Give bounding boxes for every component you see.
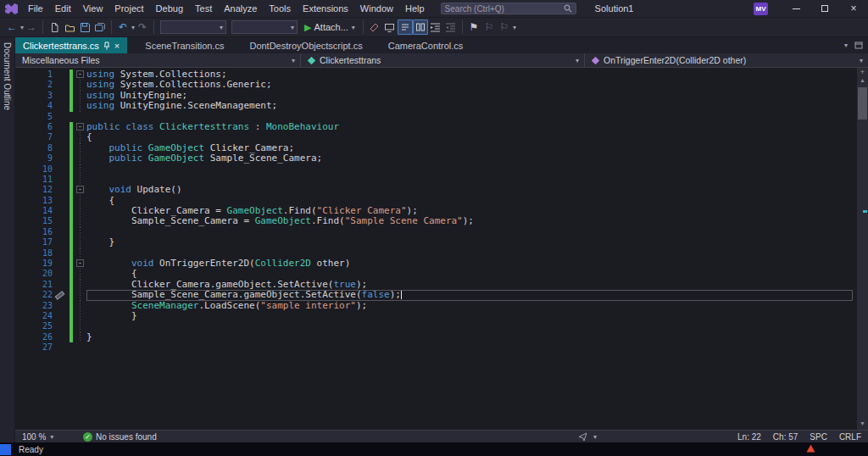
indent-increase-icon[interactable] — [428, 19, 443, 35]
menu-analyze[interactable]: Analyze — [218, 0, 263, 17]
toolbar-overflow-chevron[interactable]: ▾ — [513, 24, 516, 31]
project-dropdown[interactable]: Miscellaneous Files ▾ — [15, 53, 301, 67]
close-button[interactable]: × — [839, 0, 868, 17]
code-line[interactable]: 17 } — [15, 237, 856, 247]
tab-cameracontrol[interactable]: CameraControl.cs — [381, 37, 471, 53]
tab-close-icon[interactable]: × — [114, 41, 120, 51]
save-button[interactable] — [77, 19, 92, 35]
fold-collapse-icon[interactable]: - — [76, 123, 84, 131]
float-window-icon[interactable] — [854, 42, 863, 49]
code-text[interactable] — [86, 164, 856, 175]
code-editor[interactable]: 1-using System.Collections;2using System… — [15, 68, 868, 430]
code-line[interactable]: 23 SceneManager.LoadScene("sample interi… — [15, 301, 856, 311]
pin-icon[interactable] — [103, 42, 110, 50]
quick-actions-icon[interactable] — [54, 290, 64, 300]
taskbar-start-icon[interactable] — [0, 444, 11, 455]
code-line[interactable]: 19- void OnTriggerEnter2D(Collider2D oth… — [15, 259, 856, 269]
fold-collapse-icon[interactable]: - — [76, 70, 84, 78]
tab-clickertesttrans[interactable]: Clickertesttrans.cs × — [15, 37, 127, 53]
solution-configuration-combo[interactable]: ▾ — [231, 20, 298, 34]
code-line[interactable]: 10 — [15, 164, 856, 175]
code-line[interactable]: 12- void Update() — [15, 185, 856, 195]
code-text[interactable]: } — [86, 332, 856, 342]
code-line[interactable]: 15 Sample_Scene_Camera = GameObject.Find… — [15, 216, 856, 226]
code-text[interactable]: } — [86, 311, 856, 321]
code-text[interactable]: using System.Collections.Generic; — [86, 80, 856, 90]
code-text[interactable]: void OnTriggerEnter2D(Collider2D other) — [86, 259, 856, 269]
indent-decrease-icon[interactable] — [443, 19, 459, 35]
outlining-margin[interactable]: - — [75, 259, 86, 269]
tab-scenetransition[interactable]: SceneTransition.cs — [137, 37, 231, 53]
vertical-scrollbar[interactable]: + ▲ ▼ — [856, 68, 868, 430]
scroll-down-icon[interactable]: ▼ — [857, 420, 868, 430]
menu-file[interactable]: File — [22, 0, 49, 17]
menu-tools[interactable]: Tools — [263, 0, 297, 17]
code-text[interactable] — [86, 175, 856, 185]
redo-button[interactable]: ↷ — [135, 19, 150, 35]
maximize-button[interactable] — [810, 0, 839, 17]
show-structure-button[interactable] — [398, 19, 413, 35]
code-area[interactable]: 1-using System.Collections;2using System… — [15, 68, 856, 430]
code-line[interactable]: 27 — [15, 342, 856, 353]
code-text[interactable]: SceneManager.LoadScene("sample interior"… — [86, 301, 856, 311]
code-text[interactable]: } — [86, 237, 856, 247]
navigate-forward-button[interactable]: → — [24, 19, 39, 35]
code-line[interactable]: 9 public GameObject Sample_Scene_Camera; — [15, 153, 856, 164]
outlining-margin[interactable]: - — [75, 185, 86, 195]
monitor-icon[interactable] — [382, 19, 398, 35]
undo-button[interactable]: ↶ — [115, 19, 131, 35]
fold-collapse-icon[interactable]: - — [76, 186, 84, 193]
menu-extensions[interactable]: Extensions — [297, 0, 354, 17]
fold-collapse-icon[interactable]: - — [76, 259, 84, 267]
previous-bookmark-icon[interactable]: ⚐ — [481, 19, 497, 35]
minimize-button[interactable] — [782, 0, 810, 17]
zoom-select[interactable]: 100 % ▾ — [22, 432, 70, 442]
outlining-margin[interactable]: - — [75, 70, 86, 80]
code-line[interactable]: 4using UnityEngine.SceneManagement; — [15, 101, 856, 111]
menu-test[interactable]: Test — [189, 0, 218, 17]
menu-edit[interactable]: Edit — [49, 0, 77, 17]
open-file-button[interactable] — [62, 19, 77, 35]
outlining-margin[interactable]: - — [75, 122, 86, 132]
code-text[interactable] — [86, 227, 856, 237]
send-feedback-icon[interactable] — [578, 432, 587, 442]
column-indicator[interactable]: Ch: 57 — [773, 432, 798, 442]
split-editor-handle[interactable]: + — [857, 68, 868, 77]
bookmark-icon[interactable]: ⚑ — [466, 19, 481, 35]
menu-debug[interactable]: Debug — [150, 0, 189, 17]
code-text[interactable]: public GameObject Sample_Scene_Camera; — [86, 153, 856, 164]
member-dropdown[interactable]: OnTriggerEnter2D(Collider2D other) ▾ — [585, 53, 868, 67]
document-outline-tab[interactable]: Document Outline — [3, 42, 12, 110]
code-line[interactable]: 16 — [15, 227, 856, 237]
code-text[interactable]: Sample_Scene_Camera = GameObject.Find("S… — [86, 216, 856, 226]
code-text[interactable]: using UnityEngine.SceneManagement; — [86, 101, 856, 111]
tab-dontdestroyobjectscript[interactable]: DontDestroyObjectscript.cs — [242, 37, 370, 53]
scrollbar-thumb[interactable] — [858, 87, 867, 120]
debug-target-combo[interactable]: ▾ — [160, 20, 226, 34]
navigate-back-button[interactable]: ← — [4, 19, 19, 35]
type-dropdown[interactable]: Clickertesttrans ▾ — [301, 53, 585, 67]
save-all-button[interactable] — [92, 19, 108, 35]
code-text[interactable] — [86, 321, 856, 331]
two-columns-button[interactable] — [413, 19, 428, 35]
space-mode-indicator[interactable]: SPC — [810, 432, 827, 442]
hot-reload-icon[interactable] — [367, 19, 382, 35]
code-text[interactable] — [86, 342, 856, 353]
code-line[interactable]: 6-public class Clickertesttrans : MonoBe… — [15, 122, 856, 132]
tab-list-chevron[interactable]: ▾ — [844, 42, 848, 49]
line-indicator[interactable]: Ln: 22 — [737, 432, 761, 442]
notification-alert-icon[interactable] — [806, 444, 815, 453]
attach-dropdown[interactable]: ▾ — [352, 24, 355, 31]
line-ending-indicator[interactable]: CRLF — [839, 432, 861, 442]
chevron-down-icon[interactable]: ▾ — [593, 433, 597, 441]
code-line[interactable]: 26} — [15, 332, 856, 342]
menu-window[interactable]: Window — [354, 0, 399, 17]
account-badge[interactable]: MV — [754, 3, 768, 15]
scroll-up-icon[interactable]: ▲ — [857, 77, 868, 86]
search-box[interactable]: Search (Ctrl+Q) — [441, 3, 576, 14]
menu-view[interactable]: View — [77, 0, 109, 17]
code-line[interactable]: 25 — [15, 321, 856, 331]
code-text[interactable]: public class Clickertesttrans : MonoBeha… — [86, 122, 856, 132]
next-bookmark-icon[interactable]: ⚐ — [497, 19, 512, 35]
solution-name[interactable]: Solution1 — [595, 3, 634, 14]
